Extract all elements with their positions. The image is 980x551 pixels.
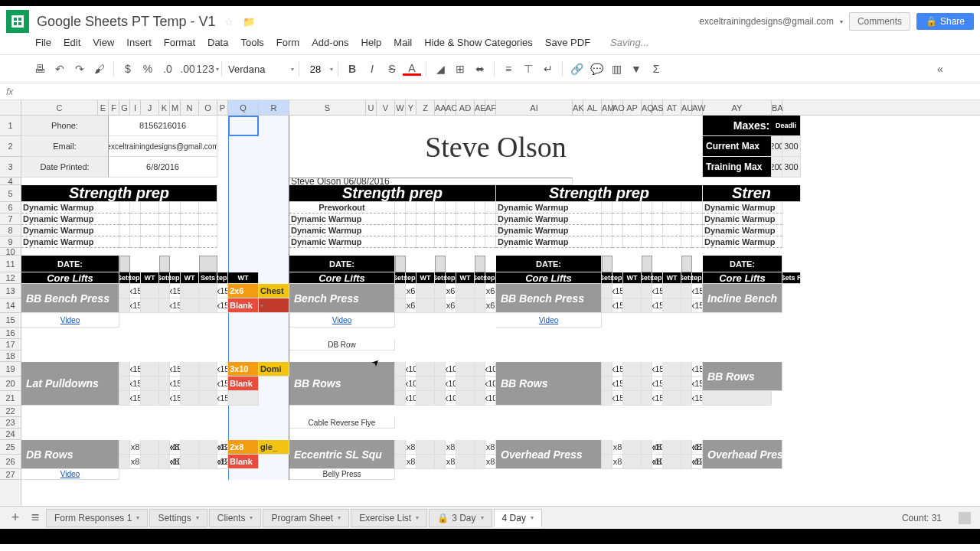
tab-form-responses[interactable]: Form Responses 1▾ [46, 509, 148, 527]
percent-icon[interactable]: % [139, 60, 157, 78]
italic-icon[interactable]: I [363, 60, 381, 78]
tab-program-sheet[interactable]: Program Sheet▾ [263, 509, 349, 527]
font-select[interactable] [227, 62, 288, 77]
chart-icon[interactable]: ▥ [607, 60, 626, 78]
tab-3-day[interactable]: 🔒 3 Day▾ [429, 509, 492, 527]
font-size[interactable] [304, 64, 327, 75]
tab-4-day[interactable]: 4 Day▾ [494, 509, 542, 527]
menu-bar: File Edit View Insert Format Data Tools … [0, 34, 980, 54]
print-icon[interactable]: 🖶 [31, 60, 49, 78]
share-button[interactable]: 🔒 Share [916, 13, 974, 30]
tab-exercise-list[interactable]: Exercise List▾ [351, 509, 427, 527]
comments-button[interactable]: Comments [849, 12, 910, 31]
doc-title[interactable]: Google Sheets PT Temp - V1 [37, 14, 215, 30]
bold-icon[interactable]: B [343, 60, 361, 78]
account-email[interactable]: exceltrainingdesigns@gmail.com [699, 16, 834, 27]
menu-tools[interactable]: Tools [236, 35, 268, 50]
halign-icon[interactable]: ≡ [499, 60, 518, 78]
strike-icon[interactable]: S [383, 60, 401, 78]
undo-icon[interactable]: ↶ [51, 60, 69, 78]
all-sheets-icon[interactable]: ≡ [26, 510, 44, 526]
menu-mail[interactable]: Mail [389, 35, 416, 50]
wrap-icon[interactable]: ↵ [539, 60, 557, 78]
text-color-icon[interactable]: A [403, 62, 421, 76]
menu-format[interactable]: Format [159, 35, 200, 50]
explore-icon[interactable] [959, 512, 971, 524]
currency-icon[interactable]: $ [119, 60, 137, 78]
paint-format-icon[interactable]: 🖌 [90, 60, 109, 78]
tab-settings[interactable]: Settings▾ [149, 509, 207, 527]
menu-insert[interactable]: Insert [122, 35, 156, 50]
menu-edit[interactable]: Edit [59, 35, 85, 50]
link-icon[interactable]: 🔗 [567, 60, 586, 78]
menu-form[interactable]: Form [272, 35, 304, 50]
saving-indicator: Saving... [606, 35, 654, 50]
redo-icon[interactable]: ↷ [70, 60, 89, 78]
formula-bar[interactable]: fx [0, 83, 980, 100]
dec-increase-icon[interactable]: .00 [178, 60, 197, 78]
add-sheet-icon[interactable]: + [6, 510, 24, 526]
valign-icon[interactable]: ⊤ [519, 60, 537, 78]
spreadsheet-grid[interactable]: CEFGIJKMNOPQRSUVWYZAAACADAEAFAIAKALAMAOA… [0, 100, 980, 506]
sheets-logo[interactable] [6, 10, 29, 33]
sheet-tabs: + ≡ Form Responses 1▾ Settings▾ Clients▾… [0, 506, 980, 529]
tab-clients[interactable]: Clients▾ [209, 509, 262, 527]
menu-help[interactable]: Help [357, 35, 387, 50]
menu-view[interactable]: View [88, 35, 119, 50]
menu-hide-show[interactable]: Hide & Show Categories [420, 35, 537, 50]
more-formats[interactable]: 123▾ [198, 60, 217, 78]
comment-icon[interactable]: 💬 [587, 60, 606, 78]
functions-icon[interactable]: Σ [647, 60, 665, 78]
fill-color-icon[interactable]: ◢ [431, 60, 449, 78]
expand-icon[interactable]: « [931, 60, 949, 78]
merge-icon[interactable]: ⬌ [471, 60, 489, 78]
menu-file[interactable]: File [31, 35, 56, 50]
toolbar: 🖶 ↶ ↷ 🖌 $ % .0 .00 123▾ ▾ ▾ B I S A ◢ ⊞ … [0, 54, 980, 83]
filter-icon[interactable]: ▼ [627, 60, 645, 78]
menu-save-pdf[interactable]: Save PDF [541, 35, 595, 50]
selection-count: Count: 31 [902, 513, 957, 523]
borders-icon[interactable]: ⊞ [451, 60, 469, 78]
dec-decrease-icon[interactable]: .0 [158, 60, 177, 78]
menu-data[interactable]: Data [203, 35, 233, 50]
menu-addons[interactable]: Add-ons [307, 35, 353, 50]
